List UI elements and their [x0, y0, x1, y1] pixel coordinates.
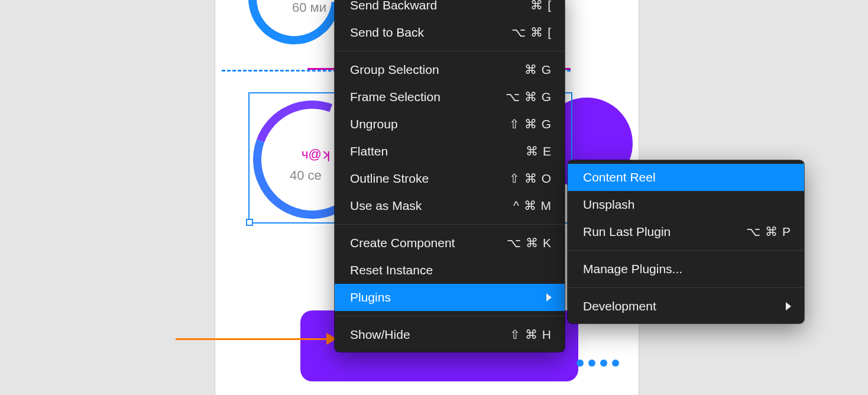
menu-item-use-as-mask[interactable]: Use as Mask ^ ⌘ M — [335, 192, 565, 219]
menu-label: Run Last Plugin — [583, 225, 671, 239]
annotation-arrow — [176, 333, 337, 345]
submenu-item-content-reel[interactable]: Content Reel — [568, 164, 804, 191]
menu-shortcut: ^ ⌘ M — [513, 199, 552, 213]
menu-label: Flatten — [350, 144, 388, 158]
menu-item-ungroup[interactable]: Ungroup ⇧ ⌘ G — [335, 111, 565, 138]
menu-item-group-selection[interactable]: Group Selection ⌘ G — [335, 56, 565, 83]
menu-shortcut: ⇧ ⌘ G — [509, 117, 552, 131]
menu-label: Use as Mask — [350, 199, 422, 213]
menu-label: Ungroup — [350, 117, 398, 131]
menu-shortcut: ⌘ [ — [530, 0, 552, 12]
menu-label: Group Selection — [350, 63, 439, 77]
menu-label: Development — [583, 299, 656, 313]
menu-item-send-backward[interactable]: Send Backward ⌘ [ — [335, 0, 565, 19]
menu-label: Send to Back — [350, 25, 424, 40]
menu-shortcut: ⌥ ⌘ P — [746, 225, 791, 239]
menu-label: Unsplash — [583, 198, 635, 212]
menu-item-send-to-back[interactable]: Send to Back ⌥ ⌘ [ — [335, 19, 565, 46]
menu-label: Frame Selection — [350, 90, 441, 104]
menu-shortcut: ⌘ E — [526, 144, 552, 158]
ring2-caption: 40 се — [290, 168, 322, 183]
menu-item-flatten[interactable]: Flatten ⌘ E — [335, 138, 565, 165]
submenu-arrow-icon — [786, 302, 791, 310]
menu-item-frame-selection[interactable]: Frame Selection ⌥ ⌘ G — [335, 83, 565, 111]
menu-shortcut: ⌥ ⌘ [ — [511, 25, 552, 40]
context-menu[interactable]: Send Backward ⌘ [ Send to Back ⌥ ⌘ [ Gro… — [335, 0, 565, 352]
menu-item-outline-stroke[interactable]: Outline Stroke ⇧ ⌘ O — [335, 165, 565, 192]
menu-label: Show/Hide — [350, 328, 410, 342]
menu-separator — [568, 250, 804, 251]
menu-shortcut: ⌥ ⌘ K — [507, 236, 552, 250]
submenu-arrow-icon — [546, 293, 552, 302]
ring1-caption: 60 ми — [292, 0, 326, 15]
submenu-item-run-last-plugin[interactable]: Run Last Plugin ⌥ ⌘ P — [568, 218, 804, 245]
submenu-item-unsplash[interactable]: Unsplash — [568, 191, 804, 218]
pagination-dots — [576, 360, 619, 367]
menu-shortcut: ⇧ ⌘ H — [510, 328, 552, 342]
menu-separator — [335, 224, 565, 225]
menu-label: Outline Stroke — [350, 171, 429, 186]
menu-label: Manage Plugins... — [583, 262, 682, 276]
menu-label: Send Backward — [350, 0, 437, 12]
menu-separator — [335, 316, 565, 316]
ring2-title: ч@ʞ — [302, 147, 331, 162]
menu-label: Reset Instance — [350, 263, 433, 277]
menu-shortcut: ⌥ ⌘ G — [506, 90, 552, 104]
menu-label: Create Component — [350, 236, 455, 250]
menu-item-reset-instance[interactable]: Reset Instance — [335, 257, 565, 284]
menu-shortcut: ⌘ G — [524, 63, 552, 77]
menu-label: Content Reel — [583, 170, 656, 184]
menu-item-show-hide[interactable]: Show/Hide ⇧ ⌘ H — [335, 321, 565, 348]
submenu-item-manage-plugins[interactable]: Manage Plugins... — [568, 255, 804, 283]
menu-item-create-component[interactable]: Create Component ⌥ ⌘ K — [335, 229, 565, 257]
plugins-submenu[interactable]: Content Reel Unsplash Run Last Plugin ⌥ … — [568, 160, 804, 323]
menu-item-plugins[interactable]: Plugins — [335, 284, 565, 311]
submenu-item-development[interactable]: Development — [568, 293, 804, 320]
menu-separator — [568, 287, 804, 288]
menu-separator — [335, 51, 565, 51]
menu-shortcut: ⇧ ⌘ O — [509, 171, 552, 186]
menu-label: Plugins — [350, 290, 391, 305]
